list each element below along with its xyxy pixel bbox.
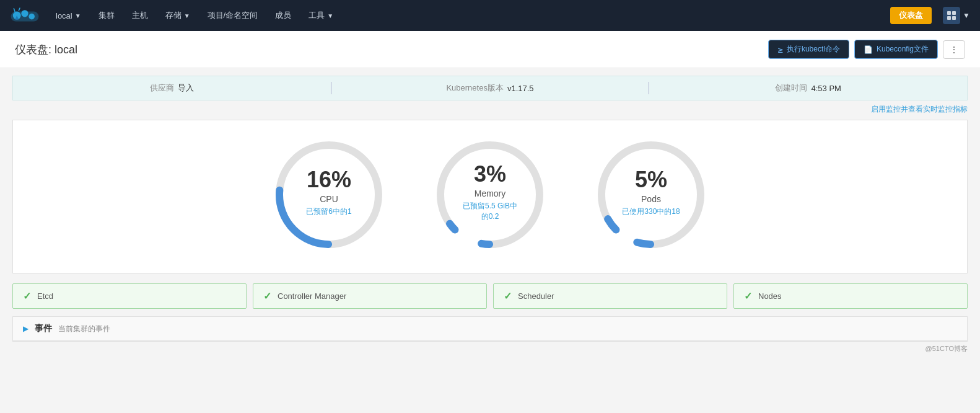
storage-dropdown-arrow: ▼ [184, 12, 190, 19]
page-header: 仪表盘: local ≥ 执行kubectl命令 📄 Kubeconfig文件 … [0, 31, 980, 68]
cpu-gauge-center: 16% CPU 已预留6中的1 [306, 167, 351, 217]
grid-icon-button[interactable] [943, 7, 960, 24]
etcd-check-icon: ✓ [23, 290, 31, 302]
cpu-sublabel[interactable]: 已预留6中的1 [306, 206, 351, 217]
kubeconfig-button[interactable]: 📄 Kubeconfig文件 [854, 40, 938, 59]
status-controller-manager: ✓ Controller Manager [253, 283, 487, 309]
terminal-icon: ≥ [777, 45, 782, 55]
logo [10, 6, 40, 25]
scheduler-label: Scheduler [518, 291, 554, 301]
svg-line-6 [19, 8, 20, 11]
page-title: 仪表盘: local [15, 42, 77, 57]
nav-env[interactable]: local ▼ [50, 7, 87, 24]
status-etcd: ✓ Etcd [12, 283, 247, 309]
gauges-card: 16% CPU 已预留6中的1 3% Memory 已预留5.5 GiB中的0.… [12, 120, 968, 273]
dashboard-button[interactable]: 仪表盘 [890, 7, 932, 24]
svg-line-5 [14, 9, 15, 12]
svg-rect-10 [952, 16, 956, 20]
status-nodes: ✓ Nodes [733, 283, 968, 309]
cpu-percent: 16% [306, 167, 351, 193]
events-header[interactable]: ▶ 事件 当前集群的事件 [13, 317, 967, 341]
memory-percent: 3% [459, 161, 521, 187]
cpu-gauge: 16% CPU 已预留6中的1 [267, 133, 391, 257]
pods-gauge-center: 5% Pods 已使用330中的18 [622, 167, 680, 217]
memory-gauge-center: 3% Memory 已预留5.5 GiB中的0.2 [459, 161, 521, 222]
svg-rect-9 [947, 16, 951, 20]
svg-rect-8 [952, 11, 956, 15]
nav-members[interactable]: 成员 [269, 6, 297, 25]
svg-point-2 [21, 10, 28, 17]
memory-gauge: 3% Memory 已预留5.5 GiB中的0.2 [428, 133, 552, 257]
status-bar: ✓ Etcd ✓ Controller Manager ✓ Scheduler … [12, 283, 968, 309]
events-title: 事件 [35, 323, 52, 334]
scheduler-check-icon: ✓ [504, 290, 512, 302]
nav-dropdown-extra[interactable]: ▼ [963, 11, 970, 20]
controller-check-icon: ✓ [263, 290, 271, 302]
created-info: 创建时间 4:53 PM [649, 82, 967, 94]
status-scheduler: ✓ Scheduler [493, 283, 727, 309]
provider-info: 供应商 导入 [13, 82, 331, 94]
memory-sublabel[interactable]: 已预留5.5 GiB中的0.2 [459, 201, 521, 222]
nodes-label: Nodes [758, 291, 782, 301]
more-actions-button[interactable]: ⋮ [943, 40, 965, 59]
events-section: ▶ 事件 当前集群的事件 [12, 316, 968, 342]
watermark: @51CTO博客 [0, 342, 980, 356]
tools-dropdown-arrow: ▼ [327, 12, 333, 19]
info-bar: 供应商 导入 Kubernetes版本 v1.17.5 创建时间 4:53 PM [12, 76, 968, 100]
pods-percent: 5% [622, 167, 680, 193]
gauges-container: 16% CPU 已预留6中的1 3% Memory 已预留5.5 GiB中的0.… [25, 120, 955, 263]
monitor-link[interactable]: 启用监控并查看实时监控指标 [12, 104, 968, 115]
nav-cluster[interactable]: 集群 [92, 6, 121, 25]
svg-rect-7 [947, 11, 951, 15]
pods-sublabel[interactable]: 已使用330中的18 [622, 206, 680, 217]
pods-label: Pods [622, 194, 680, 204]
nodes-check-icon: ✓ [744, 290, 752, 302]
memory-label: Memory [459, 189, 521, 198]
nav-projects[interactable]: 项目/命名空间 [201, 6, 265, 25]
nav-hosts[interactable]: 主机 [126, 6, 154, 25]
events-expand-icon: ▶ [23, 324, 28, 333]
kubectl-button[interactable]: ≥ 执行kubectl命令 [768, 40, 849, 59]
etcd-label: Etcd [37, 291, 53, 301]
env-dropdown-arrow: ▼ [75, 12, 81, 19]
pods-gauge: 5% Pods 已使用330中的18 [589, 133, 713, 257]
events-subtitle: 当前集群的事件 [58, 324, 110, 334]
cpu-label: CPU [306, 194, 351, 204]
svg-point-3 [28, 14, 35, 20]
controller-manager-label: Controller Manager [278, 291, 346, 301]
nav-storage[interactable]: 存储 ▼ [159, 6, 196, 25]
k8s-info: Kubernetes版本 v1.17.5 [331, 82, 649, 94]
header-actions: ≥ 执行kubectl命令 📄 Kubeconfig文件 ⋮ [768, 40, 965, 59]
navbar: local ▼ 集群 主机 存储 ▼ 项目/命名空间 成员 工具 ▼ 仪表盘 ▼ [0, 0, 980, 31]
nav-tools[interactable]: 工具 ▼ [302, 6, 339, 25]
file-icon: 📄 [864, 45, 873, 54]
